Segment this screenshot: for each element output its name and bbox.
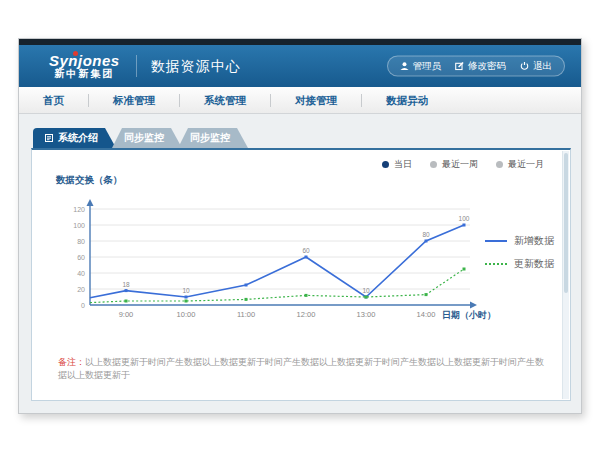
user-name-label: 管理员	[413, 60, 442, 73]
tab-label: 同步监控	[190, 132, 230, 143]
nav-item-integration-mgmt[interactable]: 对接管理	[271, 93, 361, 107]
svg-text:120: 120	[73, 206, 85, 213]
nav-item-data-change[interactable]: 数据异动	[362, 93, 452, 107]
legend-label: 更新数据	[514, 257, 554, 271]
legend-item-new-data[interactable]: 新增数据	[485, 234, 554, 248]
logo-red-dot-icon	[73, 51, 78, 56]
radio-icon	[382, 161, 389, 168]
legend-label: 新增数据	[514, 234, 554, 248]
svg-text:60: 60	[302, 247, 310, 254]
svg-text:10: 10	[362, 287, 370, 294]
screen: Synjones 新中新集团 数据资源中心 管理员 修改密码 退出	[0, 0, 600, 450]
tab-system-intro[interactable]: 系统介绍	[33, 128, 116, 148]
edit-icon	[455, 62, 464, 71]
svg-text:10: 10	[182, 287, 190, 294]
tab-label: 系统介绍	[58, 128, 98, 148]
radio-label: 当日	[394, 158, 412, 171]
note-text: 以上数据更新于时间产生数据以上数据更新于时间产生数据以上数据更新于时间产生数据以…	[58, 357, 544, 380]
change-password-button[interactable]: 修改密码	[455, 60, 506, 73]
document-icon	[45, 134, 53, 142]
svg-text:9:00: 9:00	[119, 310, 134, 319]
radio-label: 最近一月	[508, 158, 544, 171]
user-menu: 管理员 修改密码 退出	[387, 56, 566, 77]
svg-text:100: 100	[73, 222, 85, 229]
legend-item-updated-data[interactable]: 更新数据	[485, 257, 554, 271]
tab-sync-monitor-1[interactable]: 同步监控	[112, 128, 182, 148]
change-password-label: 修改密码	[468, 60, 506, 73]
nav-item-system-mgmt[interactable]: 系统管理	[180, 93, 270, 107]
power-icon	[520, 62, 529, 71]
svg-text:18: 18	[122, 281, 130, 288]
app-window: Synjones 新中新集团 数据资源中心 管理员 修改密码 退出	[18, 38, 582, 414]
svg-text:80: 80	[422, 231, 430, 238]
radio-icon	[496, 161, 503, 168]
chart-y-axis-title: 数据交换（条）	[56, 174, 123, 187]
svg-text:40: 40	[77, 270, 85, 277]
svg-text:14:00: 14:00	[417, 310, 436, 319]
svg-text:80: 80	[77, 238, 85, 245]
radio-last-week[interactable]: 最近一周	[430, 158, 478, 171]
note-prefix: 备注：	[58, 357, 85, 367]
radio-today[interactable]: 当日	[382, 158, 412, 171]
period-filter-group: 当日 最近一周 最近一月	[382, 158, 544, 171]
tab-bar: 系统介绍 同步监控 同步监控	[33, 128, 248, 148]
svg-text:日期（小时）: 日期（小时）	[442, 310, 496, 320]
radio-icon	[430, 161, 437, 168]
dotted-line-icon	[485, 263, 507, 265]
radio-label: 最近一周	[442, 158, 478, 171]
page-title: 数据资源中心	[136, 55, 241, 77]
svg-text:10:00: 10:00	[177, 310, 196, 319]
scrollbar-thumb[interactable]	[564, 153, 568, 293]
solid-line-icon	[485, 240, 507, 242]
user-icon	[400, 62, 409, 71]
footer-note: 备注：以上数据更新于时间产生数据以上数据更新于时间产生数据以上数据更新于时间产生…	[58, 356, 550, 381]
nav-item-standard-mgmt[interactable]: 标准管理	[89, 93, 179, 107]
content-area: 系统介绍 同步监控 同步监控 当日 最	[19, 114, 581, 414]
main-nav: 首页 标准管理 系统管理 对接管理 数据异动	[19, 87, 581, 114]
logo-sub-text: 新中新集团	[49, 69, 120, 80]
svg-text:60: 60	[77, 254, 85, 261]
logout-label: 退出	[533, 60, 552, 73]
nav-item-home[interactable]: 首页	[19, 93, 88, 107]
logo-main-text: Synjones	[49, 53, 120, 69]
tab-label: 同步监控	[124, 132, 164, 143]
line-chart: 0204060801001209:0010:0011:0012:0013:001…	[72, 196, 532, 331]
panel-scrollbar[interactable]	[562, 151, 569, 399]
logout-button[interactable]: 退出	[520, 60, 552, 73]
radio-last-month[interactable]: 最近一月	[496, 158, 544, 171]
chart-legend: 新增数据 更新数据	[485, 234, 554, 271]
svg-text:12:00: 12:00	[297, 310, 316, 319]
chart-panel: 当日 最近一周 最近一月 数据交换（条） 0204060801001209:00…	[31, 148, 571, 401]
svg-text:13:00: 13:00	[357, 310, 376, 319]
svg-text:100: 100	[459, 215, 470, 222]
current-user[interactable]: 管理员	[400, 60, 442, 73]
svg-text:20: 20	[77, 286, 85, 293]
svg-text:0: 0	[81, 302, 85, 309]
company-logo: Synjones 新中新集团	[49, 53, 120, 79]
svg-text:11:00: 11:00	[237, 310, 255, 319]
tab-sync-monitor-2[interactable]: 同步监控	[178, 128, 248, 148]
app-header: Synjones 新中新集团 数据资源中心 管理员 修改密码 退出	[19, 45, 581, 87]
